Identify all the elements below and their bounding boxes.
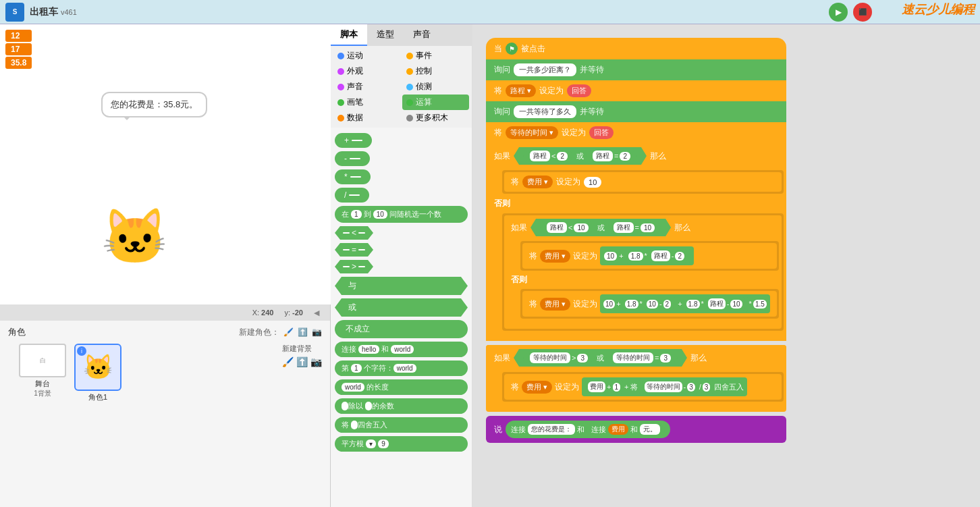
cat-dot-sound	[337, 84, 344, 90]
set-lucheng-block[interactable]: 将 路程 ▾ 设定为 回答	[486, 80, 786, 101]
ask-waittime-block[interactable]: 询问 一共等待了多久 并等待	[486, 101, 786, 122]
op-lt-left[interactable]	[343, 232, 350, 234]
if2-head[interactable]: 如果 路程 < 10 或 路程 =	[504, 215, 782, 240]
op-sub-label: -	[344, 154, 347, 163]
var-dengdai-dd[interactable]: 等待的时间 ▾	[506, 126, 558, 139]
length-word[interactable]: world	[342, 383, 364, 392]
op-gt-block[interactable]: >	[335, 260, 373, 273]
set-prefix-1: 将	[494, 85, 502, 97]
green-flag-button[interactable]	[829, 3, 848, 22]
op-not-block[interactable]: 不成立	[335, 320, 468, 338]
random-block[interactable]: 在 1 到 10 间随机选一个数	[335, 206, 468, 223]
round-block[interactable]: 将 四舍五入	[335, 417, 468, 433]
round-val[interactable]	[351, 421, 358, 429]
op-eq-block[interactable]: =	[335, 243, 373, 257]
f3-round-suffix: 四舍五入	[714, 382, 744, 392]
resize-arrow[interactable]: ◀	[314, 309, 319, 317]
cat-events[interactable]: 事件	[402, 48, 470, 63]
sfc-action: 设定为	[555, 381, 579, 393]
if3-val-3b: 3	[660, 354, 671, 363]
stop-button[interactable]	[853, 3, 872, 22]
join-block[interactable]: 连接 hello 和 world	[335, 342, 468, 357]
letter-block[interactable]: 第 1 个字符：world	[335, 361, 468, 376]
block-tabs: 脚本 造型 声音	[331, 24, 472, 46]
random-from[interactable]: 1	[351, 210, 362, 219]
var-feiyong-dd3[interactable]: 费用 ▾	[540, 298, 570, 311]
cat-data[interactable]: 数据	[333, 110, 401, 126]
op-lt-right[interactable]	[358, 232, 365, 234]
cat-sprite[interactable]: 🐱	[101, 210, 169, 264]
op-add-block[interactable]: +	[335, 133, 468, 148]
op-eq-right[interactable]	[358, 249, 365, 250]
cat-operators[interactable]: 运算	[402, 95, 470, 110]
cat-pen[interactable]: 画笔	[333, 95, 401, 110]
join-left[interactable]: hello	[358, 345, 379, 354]
f1-18: 1.8	[628, 252, 643, 261]
mod-b[interactable]	[365, 402, 372, 410]
new-bg-buttons: 🖌️ ⬆️ 📷	[282, 356, 322, 367]
ask-distance-block[interactable]: 询问 一共多少距离？ 并等待	[486, 59, 786, 80]
sprite-item-cat[interactable]: i 🐱 角色1	[74, 344, 121, 402]
sqrt-val[interactable]: 9	[378, 439, 389, 448]
op-eq-left[interactable]	[343, 249, 350, 250]
set-feiyong-10[interactable]: 将 费用 ▾ 设定为 10	[504, 172, 782, 192]
length-block[interactable]: world 的长度	[335, 379, 468, 395]
op-sub-input[interactable]	[350, 158, 360, 159]
cat-sensing[interactable]: 侦测	[402, 79, 470, 95]
letter-word[interactable]: world	[393, 364, 416, 373]
op-lt-block[interactable]: <	[335, 226, 373, 240]
if1-head[interactable]: 如果 路程 < 2 或 路程 = 2	[486, 143, 786, 169]
say-block[interactable]: 说 连接 您的花费是： 和 连接 费用 和 元。	[486, 416, 786, 443]
cat-sound[interactable]: 声音	[333, 79, 401, 95]
op-mul-input[interactable]	[350, 176, 361, 178]
cat-control[interactable]: 控制	[402, 63, 470, 79]
bg-paint-icon[interactable]: 🖌️	[282, 356, 294, 367]
cat-more[interactable]: 更多积木	[402, 110, 470, 126]
tab-costume[interactable]: 造型	[367, 24, 404, 46]
sprite-thumb-cat[interactable]: i 🐱	[74, 344, 121, 391]
var-feiyong-dd2[interactable]: 费用 ▾	[540, 250, 570, 263]
join-right[interactable]: world	[391, 345, 414, 354]
var-feiyong-dd1[interactable]: 费用 ▾	[522, 176, 553, 188]
hat-block[interactable]: 当 ⚑ 被点击	[486, 38, 786, 59]
op-div-block[interactable]: /	[335, 188, 468, 203]
set-dengdai-block[interactable]: 将 等待的时间 ▾ 设定为 回答	[486, 122, 786, 143]
op-gt-right[interactable]	[358, 266, 365, 267]
var-lucheng-dd[interactable]: 路程 ▾	[506, 84, 536, 97]
op-add-input[interactable]	[352, 140, 362, 141]
if3-label: 如果	[494, 352, 510, 364]
mod-a[interactable]	[342, 402, 348, 410]
sqrt-dropdown[interactable]: ▾	[366, 439, 376, 448]
sqrt-block[interactable]: 平方根 ▾ 9	[335, 436, 468, 452]
var-lucheng: 12	[5, 30, 32, 42]
stage-thumbnail[interactable]: 白 舞台 1背景	[19, 344, 66, 402]
letter-num[interactable]: 1	[351, 364, 362, 373]
cat-looks[interactable]: 外观	[333, 63, 401, 79]
upload-icon[interactable]: ⬆️	[298, 327, 308, 337]
if3-head[interactable]: 如果 等待的时间 > 3 或 等待的时间 = 3	[486, 345, 786, 371]
op-div-input[interactable]	[349, 194, 360, 196]
op-mul-label: *	[344, 172, 348, 182]
bg-upload-icon[interactable]: ⬆️	[296, 356, 308, 367]
op-gt-left[interactable]	[343, 266, 350, 267]
f2-2a: 2	[663, 300, 672, 309]
ask-label-1: 询问	[494, 64, 510, 76]
op-and-block[interactable]: 与	[335, 277, 468, 295]
var-feiyong-dd4[interactable]: 费用 ▾	[522, 381, 552, 394]
tab-sound[interactable]: 声音	[404, 24, 440, 46]
op-sub-block[interactable]: -	[335, 151, 468, 166]
op-mul-block[interactable]: *	[335, 169, 468, 184]
tab-script[interactable]: 脚本	[331, 24, 367, 46]
set-formula-2[interactable]: 将 费用 ▾ 设定为 10 + 1.8 *	[522, 291, 777, 317]
random-to[interactable]: 10	[373, 210, 387, 219]
mod-block[interactable]: 除以 的余数	[335, 398, 468, 414]
set-formula-1[interactable]: 将 费用 ▾ 设定为 10 + 1.8 *	[522, 243, 777, 269]
op-or-block[interactable]: 或	[335, 298, 468, 317]
cat-motion[interactable]: 运动	[333, 48, 401, 63]
paint-icon[interactable]: 🖌️	[283, 327, 294, 337]
cat-dot-events	[406, 53, 413, 59]
bg-camera-icon[interactable]: 📷	[310, 356, 322, 367]
set-feiyong-complex[interactable]: 将 费用 ▾ 设定为 费用 + 1 + 将	[504, 374, 782, 400]
camera-icon[interactable]: 📷	[312, 327, 322, 337]
f3-fy: 费用	[588, 381, 605, 392]
